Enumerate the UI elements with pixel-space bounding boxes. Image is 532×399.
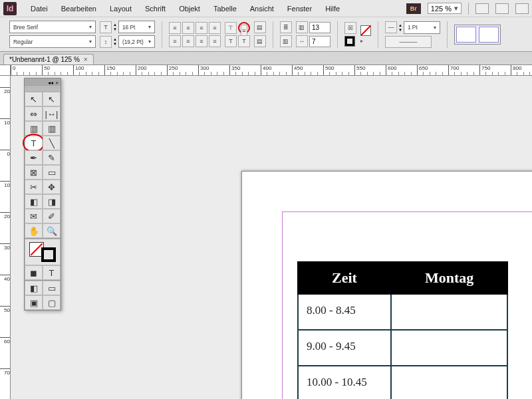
cell-time-1[interactable]: 8.00 - 8.45 (298, 294, 391, 330)
column-count-input[interactable] (309, 22, 331, 33)
normal-view-icon[interactable]: ▣ (25, 295, 43, 310)
line-tool[interactable]: ╲ (43, 136, 61, 150)
eyedropper-tool[interactable]: ✐ (43, 209, 61, 223)
table-row[interactable]: 8.00 - 8.45 (298, 294, 507, 330)
cell-time-3[interactable]: 10.00 - 10.45 (298, 366, 391, 399)
stroke-style-icon[interactable]: ——— (385, 36, 432, 48)
stroke-color-swatch[interactable] (41, 247, 56, 262)
collapse-icon[interactable]: ◂◂ (48, 80, 53, 86)
document-tab-bar: *Unbenannt-1 @ 125 % × (0, 52, 532, 65)
justify-last-center-icon[interactable]: ≡ (169, 35, 181, 47)
vertical-ruler[interactable]: 3020100102030405060708090100 (0, 76, 11, 399)
fill-swatch[interactable] (344, 36, 355, 47)
scissors-tool[interactable]: ✂ (25, 180, 43, 194)
document-tab-title: *Unbenannt-1 @ 125 % (9, 56, 80, 63)
table-row[interactable]: 10.00 - 10.45 (298, 366, 507, 399)
pen-tool[interactable]: ✒ (25, 150, 43, 165)
baseline-grid-on-icon[interactable]: ▤ (254, 21, 266, 33)
no-break-icon[interactable]: ☒ (344, 22, 356, 34)
screen-mode-icon[interactable] (495, 3, 509, 14)
cell-time-2[interactable]: 9.00 - 9.45 (298, 330, 391, 366)
bullets-icon[interactable]: ≣ (280, 21, 292, 33)
stroke-stepper[interactable]: ▲▼ (398, 23, 402, 32)
align-center-icon[interactable]: ≡ (182, 22, 194, 34)
panel-grip[interactable] (25, 86, 61, 92)
preview-view-icon[interactable]: ▢ (43, 295, 61, 310)
font-size-combo[interactable]: 16 Pt▾ (118, 21, 155, 33)
text-frame[interactable]: Zeit Montag 8.00 - 8.45 9.00 - 9.45 10.0… (282, 211, 532, 399)
horizontal-ruler[interactable]: 0501001502002503003504004505005506006507… (11, 65, 532, 76)
column-gutter-input[interactable] (309, 36, 331, 47)
hand-tool[interactable]: ✋ (25, 223, 43, 238)
tool-grid: ↖ ↖ ⇔ |↔| ▥ ▥ T ╲ ✒ ✎ ⊠ ▭ ✂ ✥ ◧ ◨ ✉ ✐ ✋ … (25, 92, 61, 310)
default-color-icon[interactable]: ◧ (25, 281, 43, 295)
arrange-docs-icon[interactable] (515, 3, 529, 14)
rectangle-tool[interactable]: ▭ (43, 165, 61, 180)
content-collect-tool[interactable]: ▥ (25, 121, 43, 136)
schedule-table[interactable]: Zeit Montag 8.00 - 8.45 9.00 - 9.45 10.0… (297, 261, 508, 399)
cell-mon-1[interactable] (391, 294, 507, 330)
header-zeit[interactable]: Zeit (298, 262, 391, 294)
gap-tool[interactable]: |↔| (43, 106, 61, 121)
gradient-feather-tool[interactable]: ◨ (43, 194, 61, 209)
menu-objekt[interactable]: Objekt (173, 2, 206, 15)
stroke-none-icon[interactable] (360, 25, 371, 36)
close-tab-icon[interactable]: × (84, 56, 88, 63)
menu-fenster[interactable]: Fenster (281, 2, 318, 15)
content-place-tool[interactable]: ▥ (43, 121, 61, 136)
frame-tool[interactable]: ⊠ (25, 165, 43, 180)
canvas[interactable]: ◂◂ × ↖ ↖ ⇔ |↔| ▥ ▥ T ╲ ✒ ✎ ⊠ ▭ ✂ ✥ ◧ ◨ (11, 76, 532, 399)
align-right-icon[interactable]: ≡ (196, 22, 207, 34)
ruler-origin[interactable] (0, 65, 11, 76)
note-tool[interactable]: ✉ (25, 209, 43, 223)
align-towards-spine-icon[interactable]: ≡ (209, 35, 221, 47)
type-tool[interactable]: T (25, 136, 43, 150)
menu-tabelle[interactable]: Tabelle (207, 2, 243, 15)
menu-layout[interactable]: Layout (104, 2, 138, 15)
align-left-icon[interactable]: ≡ (169, 22, 181, 34)
justify-last-right-icon[interactable]: ≡ (182, 35, 194, 47)
zoom-tool[interactable]: 🔍 (43, 223, 61, 238)
zoom-level[interactable]: 125 % (428, 3, 462, 14)
cell-mon-3[interactable] (391, 366, 507, 399)
leading-stepper[interactable]: ▲▼ (113, 37, 117, 46)
menu-bearbeiten[interactable]: Bearbeiten (55, 2, 102, 15)
size-stepper[interactable]: ▲▼ (113, 23, 117, 31)
apply-text-icon[interactable]: T (43, 265, 61, 280)
close-panel-icon[interactable]: × (55, 80, 59, 86)
table-row[interactable]: 9.00 - 9.45 (298, 330, 507, 366)
cell-mon-2[interactable] (391, 330, 507, 366)
gradient-swatch-tool[interactable]: ◧ (25, 194, 43, 209)
selection-tool[interactable]: ↖ (25, 92, 43, 106)
direct-selection-tool[interactable]: ↖ (43, 92, 61, 106)
baseline-grid-off-icon[interactable]: ▤ (254, 35, 266, 47)
font-size-icon: T (100, 21, 112, 33)
menu-schrift[interactable]: Schrift (139, 2, 172, 15)
columns-icon[interactable]: ▥ (280, 35, 292, 47)
free-transform-tool[interactable]: ✥ (43, 180, 61, 194)
font-family-combo[interactable]: Bree Serif▾ (9, 21, 96, 33)
panel-header: ◂◂ × (25, 78, 61, 86)
view-options-icon[interactable] (475, 3, 489, 14)
page-tool[interactable]: ⇔ (25, 106, 43, 121)
bridge-icon[interactable]: Br (406, 3, 421, 14)
justify-last-left-icon[interactable]: ≡ (209, 22, 221, 34)
font-style-combo[interactable]: Regular▾ (9, 35, 96, 48)
header-montag[interactable]: Montag (391, 262, 507, 294)
menu-hilfe[interactable]: Hilfe (319, 2, 346, 15)
menu-datei[interactable]: Datei (25, 2, 54, 15)
valign-top-icon[interactable]: ⊤ (225, 22, 237, 34)
apply-none-icon[interactable]: ▭ (43, 281, 61, 295)
pencil-tool[interactable]: ✎ (43, 150, 61, 165)
document-tab[interactable]: *Unbenannt-1 @ 125 % × (3, 54, 94, 65)
valign-text-center-icon[interactable]: T (238, 35, 250, 47)
valign-text-top-icon[interactable]: T (225, 35, 237, 47)
apply-color-icon[interactable]: ◼ (25, 265, 43, 280)
col-gutter-icon: ↔ (296, 35, 308, 47)
justify-all-icon[interactable]: ≡ (196, 35, 207, 47)
leading-combo[interactable]: (19,2 Pt)▾ (118, 35, 155, 48)
spread-preview[interactable] (454, 25, 501, 45)
fill-stroke-swatches[interactable] (25, 239, 61, 265)
menu-ansicht[interactable]: Ansicht (244, 2, 280, 15)
stroke-weight-combo[interactable]: 1 Pt▾ (404, 21, 440, 34)
